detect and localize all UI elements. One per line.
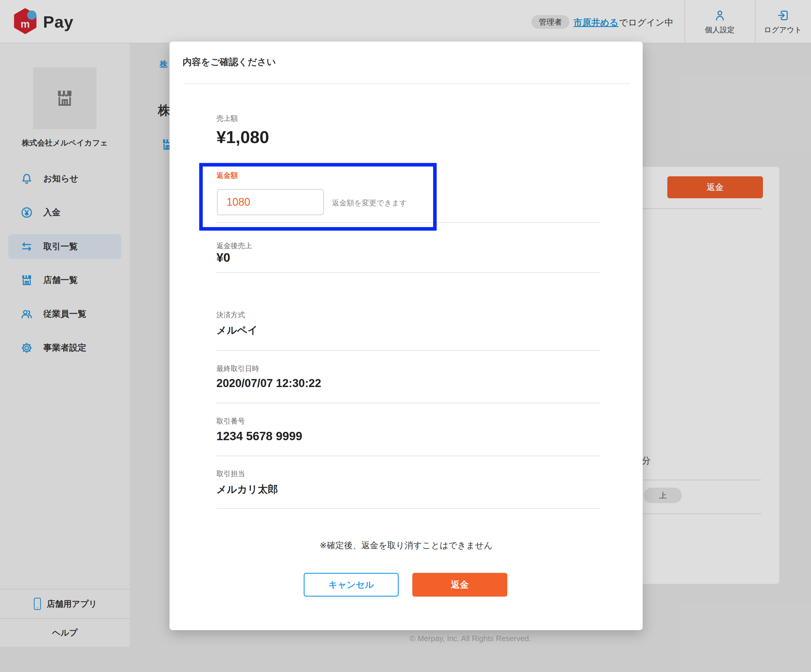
divider xyxy=(216,272,601,273)
app-root: m Pay 管理者 市原井める でログイン中 個人設定 ログアウト xyxy=(0,0,811,672)
payment-method-label: 決済方式 xyxy=(216,310,245,320)
refund-amount-label: 返金額 xyxy=(216,171,238,180)
cancel-button[interactable]: キャンセル xyxy=(304,573,399,597)
last-transaction-value: 2020/07/07 12:30:22 xyxy=(216,377,321,390)
refund-warning-text: ※確定後、返金を取り消すことはできません xyxy=(170,540,643,552)
divider xyxy=(216,456,601,456)
after-refund-value: ¥0 xyxy=(216,251,230,265)
last-transaction-label: 最終取引日時 xyxy=(216,364,259,373)
sales-amount-label: 売上額 xyxy=(216,114,238,123)
sales-amount-value: ¥1,080 xyxy=(216,127,269,147)
divider xyxy=(216,222,601,223)
refund-submit-button[interactable]: 返金 xyxy=(412,573,507,597)
refund-helper-text: 返金額を変更できます xyxy=(332,198,407,208)
transaction-number-value: 1234 5678 9999 xyxy=(216,429,302,443)
staff-value: メルカリ太郎 xyxy=(216,483,278,496)
transaction-number-label: 取引番号 xyxy=(216,416,245,426)
refund-amount-input[interactable] xyxy=(217,189,324,215)
divider xyxy=(216,350,601,351)
divider xyxy=(216,403,601,403)
refund-confirm-modal: 内容をご確認ください 売上額 ¥1,080 返金額 返金額を変更できます 返金後… xyxy=(170,42,643,630)
staff-label: 取引担当 xyxy=(216,469,245,479)
modal-title: 内容をご確認ください xyxy=(183,56,276,68)
after-refund-label: 返金後売上 xyxy=(216,241,252,251)
divider xyxy=(183,83,630,84)
divider xyxy=(216,508,601,509)
payment-method-value: メルペイ xyxy=(216,324,258,337)
